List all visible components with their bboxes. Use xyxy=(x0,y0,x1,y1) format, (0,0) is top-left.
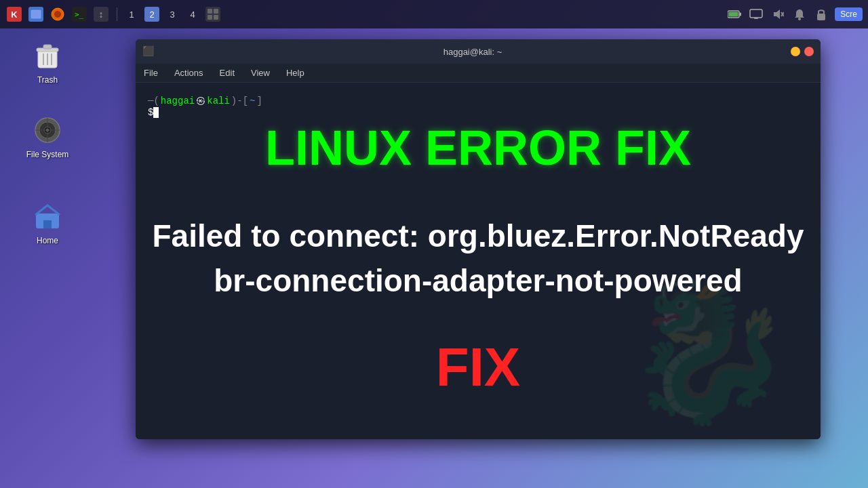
trash-icon xyxy=(31,39,64,72)
workspace-overview-icon[interactable] xyxy=(204,5,222,23)
prompt-dollar: $ xyxy=(148,107,153,118)
terminal-content[interactable]: 🐉 ─( haggai ㉿ kali )-[ ~ ] $ LINUX ERROR… xyxy=(136,83,821,439)
trash-label: Trash xyxy=(35,75,60,85)
taskbar-divider-1 xyxy=(117,7,117,21)
prompt-tilde: ~ xyxy=(250,96,255,106)
desktop-icon-filesystem[interactable]: File System xyxy=(20,114,75,160)
terminal-menubar: File Actions Edit View Help xyxy=(136,64,821,83)
overlay-error-line1: Failed to connect: org.bluez.Error.NotRe… xyxy=(136,218,821,254)
workspace-2[interactable]: 2 xyxy=(144,7,159,22)
svg-rect-17 xyxy=(729,12,738,17)
prompt-bracket-close: )-[ xyxy=(231,96,248,106)
terminal-prompt: ─( haggai ㉿ kali )-[ ~ ] xyxy=(148,95,264,107)
prompt-bracket-open: ─( xyxy=(148,96,159,106)
terminal-title-text: haggai@kali: ~ xyxy=(160,47,785,57)
kali-watermark: 🐉 xyxy=(624,283,793,419)
svg-rect-28 xyxy=(43,45,52,49)
terminal-title-icon: ⬛ xyxy=(142,45,155,58)
taskbar: K >_ ↕ 1 2 3 4 xyxy=(0,0,868,28)
display-icon[interactable] xyxy=(748,6,764,22)
svg-text:↕: ↕ xyxy=(99,9,104,20)
home-label: Home xyxy=(34,235,61,246)
terminal-app-icon[interactable]: >_ xyxy=(71,5,88,23)
overlay-title: LINUX ERROR FIX xyxy=(136,120,821,176)
screen-button[interactable]: Scre xyxy=(835,7,863,21)
svg-rect-12 xyxy=(214,9,218,14)
svg-marker-21 xyxy=(774,9,780,19)
terminal-window: ⬛ haggai@kali: ~ File Actions Edit View … xyxy=(136,39,821,439)
prompt-cursor xyxy=(153,107,159,118)
menu-actions[interactable]: Actions xyxy=(172,66,206,79)
svg-rect-3 xyxy=(31,10,41,18)
svg-rect-11 xyxy=(208,9,212,14)
prompt-dir-close: ] xyxy=(256,96,262,106)
workspace-1[interactable]: 1 xyxy=(124,7,139,22)
overlay-fix: FIX xyxy=(136,336,821,399)
notification-icon[interactable] xyxy=(791,6,808,22)
prompt-host: kali xyxy=(207,96,230,106)
files-app-icon[interactable] xyxy=(27,5,45,23)
svg-rect-25 xyxy=(817,14,825,20)
menu-view[interactable]: View xyxy=(248,66,273,79)
overlay-error-line2: br-connection-adapter-not-powered xyxy=(136,262,821,299)
audio-muted-icon[interactable] xyxy=(770,6,786,22)
filesystem-label: File System xyxy=(24,149,72,160)
arrow-app-icon[interactable]: ↕ xyxy=(92,5,110,23)
window-close-button[interactable] xyxy=(804,47,814,56)
lock-icon[interactable] xyxy=(813,6,829,22)
taskbar-right-area: Scre xyxy=(726,6,863,22)
svg-rect-14 xyxy=(214,15,218,20)
browser-app-icon[interactable] xyxy=(49,5,66,23)
menu-file[interactable]: File xyxy=(141,66,161,79)
terminal-titlebar: ⬛ haggai@kali: ~ xyxy=(136,39,821,64)
prompt-user: haggai xyxy=(161,96,195,106)
svg-rect-18 xyxy=(750,9,762,18)
window-minimize-button[interactable] xyxy=(791,47,800,56)
svg-text:K: K xyxy=(11,9,18,20)
desktop-icon-trash[interactable]: Trash xyxy=(20,39,75,85)
svg-rect-16 xyxy=(740,13,742,16)
filesystem-icon xyxy=(31,114,64,146)
svg-rect-39 xyxy=(43,220,52,228)
settings-app-icon[interactable]: K xyxy=(5,5,23,23)
svg-rect-13 xyxy=(208,15,212,20)
svg-point-24 xyxy=(798,18,801,20)
home-icon xyxy=(31,200,64,232)
svg-text:>_: >_ xyxy=(75,10,84,19)
workspace-switcher: 1 2 3 4 xyxy=(124,7,200,22)
workspace-4[interactable]: 4 xyxy=(185,7,200,22)
terminal-dollar-line: $ xyxy=(148,107,159,118)
menu-help[interactable]: Help xyxy=(283,66,307,79)
prompt-at: ㉿ xyxy=(196,95,205,107)
battery-icon[interactable] xyxy=(726,6,743,22)
desktop-icon-home[interactable]: Home xyxy=(20,200,75,246)
menu-edit[interactable]: Edit xyxy=(217,66,237,79)
svg-point-5 xyxy=(54,11,61,18)
window-controls xyxy=(791,47,814,56)
workspace-3[interactable]: 3 xyxy=(165,7,180,22)
